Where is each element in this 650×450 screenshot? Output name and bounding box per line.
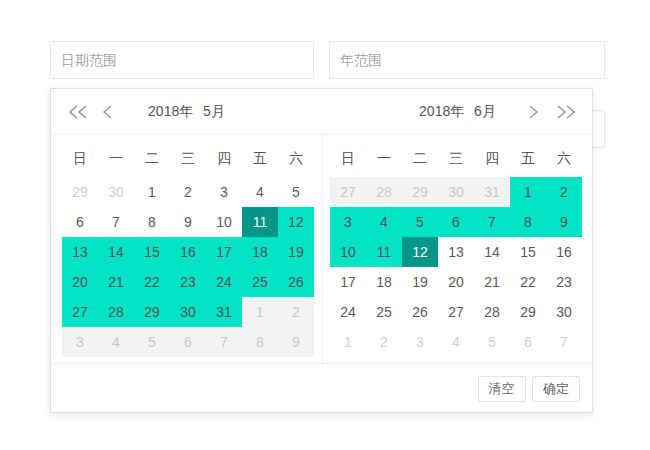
day-cell[interactable]: 26 (402, 297, 438, 327)
calendar-week-row: 293012345 (62, 177, 314, 207)
day-cell[interactable]: 20 (438, 267, 474, 297)
day-cell[interactable]: 15 (134, 237, 170, 267)
weekday-label: 日 (330, 141, 366, 177)
day-cell[interactable]: 15 (510, 237, 546, 267)
day-cell[interactable]: 18 (242, 237, 278, 267)
day-cell[interactable]: 25 (242, 267, 278, 297)
day-cell[interactable]: 28 (474, 297, 510, 327)
weekday-header-row: 日一二三四五六 (330, 141, 582, 177)
day-cell[interactable]: 21 (474, 267, 510, 297)
day-cell[interactable]: 7 (474, 207, 510, 237)
day-cell[interactable]: 6 (510, 327, 546, 357)
day-cell[interactable]: 22 (510, 267, 546, 297)
day-cell[interactable]: 5 (402, 207, 438, 237)
day-cell[interactable]: 8 (510, 207, 546, 237)
year-range-input[interactable] (329, 41, 605, 79)
day-cell[interactable]: 23 (170, 267, 206, 297)
day-cell[interactable]: 19 (402, 267, 438, 297)
day-cell[interactable]: 16 (170, 237, 206, 267)
day-cell[interactable]: 2 (546, 177, 582, 207)
day-cell[interactable]: 10 (206, 207, 242, 237)
day-cell[interactable]: 14 (98, 237, 134, 267)
day-cell[interactable]: 10 (330, 237, 366, 267)
day-cell[interactable]: 12 (402, 237, 438, 267)
day-cell[interactable]: 28 (98, 297, 134, 327)
day-cell[interactable]: 6 (170, 327, 206, 357)
day-cell[interactable]: 28 (366, 177, 402, 207)
date-range-input[interactable] (50, 41, 314, 79)
calendar-week-row: 3456789 (62, 327, 314, 357)
day-cell[interactable]: 29 (62, 177, 98, 207)
next-month-icon[interactable] (526, 89, 540, 134)
day-cell[interactable]: 19 (278, 237, 314, 267)
date-range-picker-panel: 2018年 5月 2018年 6月 日一二三四五六293012345678910… (50, 88, 593, 413)
day-cell[interactable]: 17 (330, 267, 366, 297)
day-cell[interactable]: 26 (278, 267, 314, 297)
day-cell[interactable]: 5 (134, 327, 170, 357)
next-year-icon[interactable] (555, 89, 577, 134)
day-cell[interactable]: 11 (242, 207, 278, 237)
day-cell[interactable]: 2 (366, 327, 402, 357)
day-cell[interactable]: 20 (62, 267, 98, 297)
day-cell[interactable]: 29 (134, 297, 170, 327)
day-cell[interactable]: 30 (170, 297, 206, 327)
day-cell[interactable]: 1 (134, 177, 170, 207)
confirm-button[interactable]: 确定 (532, 376, 580, 402)
day-cell[interactable]: 2 (170, 177, 206, 207)
day-cell[interactable]: 17 (206, 237, 242, 267)
weekday-label: 四 (206, 141, 242, 177)
day-cell[interactable]: 16 (546, 237, 582, 267)
day-cell[interactable]: 1 (330, 327, 366, 357)
day-cell[interactable]: 24 (330, 297, 366, 327)
day-cell[interactable]: 31 (206, 297, 242, 327)
day-cell[interactable]: 9 (546, 207, 582, 237)
clear-button[interactable]: 清空 (478, 376, 526, 402)
day-cell[interactable]: 27 (438, 297, 474, 327)
day-cell[interactable]: 3 (206, 177, 242, 207)
right-month-title: 2018年 6月 (322, 89, 593, 134)
day-cell[interactable]: 25 (366, 297, 402, 327)
day-cell[interactable]: 22 (134, 267, 170, 297)
day-cell[interactable]: 7 (206, 327, 242, 357)
day-cell[interactable]: 9 (278, 327, 314, 357)
day-cell[interactable]: 5 (278, 177, 314, 207)
calendar-week-row: 6789101112 (62, 207, 314, 237)
day-cell[interactable]: 4 (366, 207, 402, 237)
day-cell[interactable]: 13 (62, 237, 98, 267)
day-cell[interactable]: 27 (62, 297, 98, 327)
day-cell[interactable]: 30 (546, 297, 582, 327)
day-cell[interactable]: 3 (62, 327, 98, 357)
day-cell[interactable]: 29 (402, 177, 438, 207)
day-cell[interactable]: 8 (242, 327, 278, 357)
calendar-week-row: 3456789 (330, 207, 582, 237)
day-cell[interactable]: 8 (134, 207, 170, 237)
day-cell[interactable]: 24 (206, 267, 242, 297)
day-cell[interactable]: 4 (438, 327, 474, 357)
day-cell[interactable]: 4 (98, 327, 134, 357)
day-cell[interactable]: 3 (402, 327, 438, 357)
day-cell[interactable]: 2 (278, 297, 314, 327)
day-cell[interactable]: 7 (546, 327, 582, 357)
day-cell[interactable]: 12 (278, 207, 314, 237)
day-cell[interactable]: 27 (330, 177, 366, 207)
day-cell[interactable]: 5 (474, 327, 510, 357)
day-cell[interactable]: 6 (62, 207, 98, 237)
day-cell[interactable]: 7 (98, 207, 134, 237)
day-cell[interactable]: 23 (546, 267, 582, 297)
day-cell[interactable]: 13 (438, 237, 474, 267)
day-cell[interactable]: 1 (510, 177, 546, 207)
day-cell[interactable]: 1 (242, 297, 278, 327)
day-cell[interactable]: 30 (98, 177, 134, 207)
day-cell[interactable]: 30 (438, 177, 474, 207)
day-cell[interactable]: 21 (98, 267, 134, 297)
day-cell[interactable]: 4 (242, 177, 278, 207)
day-cell[interactable]: 11 (366, 237, 402, 267)
day-cell[interactable]: 29 (510, 297, 546, 327)
day-cell[interactable]: 18 (366, 267, 402, 297)
day-cell[interactable]: 9 (170, 207, 206, 237)
day-cell[interactable]: 31 (474, 177, 510, 207)
day-cell[interactable]: 6 (438, 207, 474, 237)
day-cell[interactable]: 14 (474, 237, 510, 267)
day-cell[interactable]: 3 (330, 207, 366, 237)
weekday-label: 六 (278, 141, 314, 177)
